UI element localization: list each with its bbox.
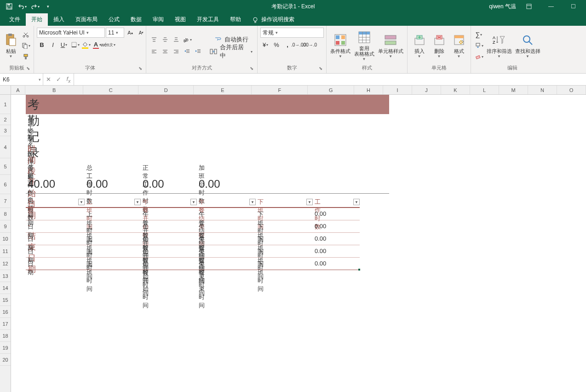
underline-button[interactable]: U — [59, 40, 69, 50]
bold-button[interactable]: B — [37, 40, 47, 50]
tab-help[interactable]: 帮助 — [224, 13, 247, 26]
paste-button[interactable]: 粘贴 ▼ — [3, 29, 19, 62]
select-all-corner[interactable] — [0, 86, 11, 94]
cancel-entry-button[interactable]: ✕ — [43, 75, 53, 85]
column-header[interactable]: K — [441, 86, 470, 94]
row-header[interactable]: 8 — [0, 208, 11, 220]
row-header[interactable]: 20 — [0, 354, 11, 366]
table-cell[interactable]: 下班时间 — [258, 260, 264, 293]
format-cells-button[interactable]: 格式▼ — [450, 29, 468, 62]
align-launcher-icon[interactable]: ⬊ — [249, 66, 254, 71]
redo-icon[interactable]: ▾ — [29, 1, 40, 12]
row-header[interactable]: 1 — [0, 95, 11, 114]
align-right-button[interactable] — [171, 46, 181, 57]
row-header[interactable]: 7 — [0, 194, 11, 208]
tab-data[interactable]: 数据 — [125, 13, 147, 26]
find-select-button[interactable]: 查找和选择▼ — [514, 29, 541, 62]
save-icon[interactable] — [4, 1, 15, 12]
table-cell[interactable]: 0.00 — [315, 260, 326, 267]
accounting-format-button[interactable]: ¥ — [260, 40, 270, 50]
column-header[interactable]: M — [499, 86, 528, 94]
cut-button[interactable] — [21, 29, 31, 40]
number-format-select[interactable]: 常规 — [260, 28, 324, 38]
decrease-decimal-button[interactable]: .00→.0 — [304, 40, 315, 50]
tab-formulas[interactable]: 公式 — [103, 13, 125, 26]
confirm-entry-button[interactable]: ✓ — [53, 75, 63, 85]
align-bottom-button[interactable] — [171, 35, 181, 45]
column-header[interactable]: E — [194, 86, 252, 94]
table-cell[interactable]: 0.00 — [315, 223, 326, 230]
row-header[interactable]: 3 — [0, 125, 11, 136]
worksheet-grid[interactable]: ABCDEFGHIJKLMNO 123456789101112131415161… — [0, 86, 586, 392]
increase-indent-button[interactable] — [193, 46, 203, 57]
row-header[interactable]: 9 — [0, 220, 11, 233]
maximize-icon[interactable]: ☐ — [564, 0, 582, 13]
ribbon-display-icon[interactable] — [520, 0, 538, 13]
sort-filter-button[interactable]: AZ 排序和筛选▼ — [486, 29, 512, 62]
column-header[interactable]: O — [557, 86, 586, 94]
filter-dropdown-icon[interactable]: ▼ — [190, 199, 197, 205]
table-cell[interactable]: 午餐开始时间 — [143, 260, 149, 310]
autosum-button[interactable]: ∑ — [474, 29, 484, 40]
column-header[interactable]: H — [354, 86, 383, 94]
column-header[interactable]: N — [528, 86, 557, 94]
merge-center-button[interactable]: 合并后居中 — [208, 46, 254, 57]
row-header[interactable]: 15 — [0, 294, 11, 306]
delete-cells-button[interactable]: 删除▼ — [430, 29, 448, 62]
tell-me-search[interactable]: 操作说明搜索 — [247, 13, 300, 26]
format-painter-button[interactable] — [21, 52, 31, 62]
filter-dropdown-icon[interactable]: ▼ — [249, 199, 256, 205]
orientation-button[interactable]: ab — [182, 35, 192, 45]
align-top-button[interactable] — [149, 35, 159, 45]
tab-insert[interactable]: 插入 — [48, 13, 70, 26]
insert-cells-button[interactable]: 插入▼ — [410, 29, 428, 62]
align-center-button[interactable] — [160, 46, 170, 57]
table-cell[interactable]: 日期 — [28, 260, 34, 277]
column-header[interactable]: J — [412, 86, 441, 94]
cell-styles-button[interactable]: 单元格样式▼ — [377, 29, 404, 62]
table-cell[interactable]: 0.00 — [315, 248, 326, 254]
table-cell[interactable]: 0.00 — [315, 235, 326, 242]
row-header[interactable]: 19 — [0, 342, 11, 354]
column-header[interactable]: A — [11, 86, 26, 94]
name-box[interactable]: K6 — [0, 74, 43, 85]
decrease-indent-button[interactable] — [182, 46, 192, 57]
table-resize-handle[interactable] — [358, 269, 360, 271]
table-cell[interactable]: 午餐结束时间 — [199, 260, 205, 310]
table-cell[interactable]: 上班时间 — [86, 260, 92, 293]
tab-review[interactable]: 审阅 — [147, 13, 169, 26]
row-header[interactable]: 13 — [0, 270, 11, 282]
filter-dropdown-icon[interactable]: ▼ — [134, 199, 141, 205]
row-header[interactable]: 10 — [0, 233, 11, 245]
clipboard-launcher-icon[interactable]: ⬊ — [25, 66, 31, 71]
fill-color-button[interactable]: ◇ — [81, 40, 91, 50]
user-name[interactable]: qiwen 气温 — [489, 3, 516, 11]
clear-button[interactable] — [474, 52, 484, 62]
copy-button[interactable] — [21, 40, 31, 51]
column-header[interactable]: B — [25, 86, 83, 94]
insert-function-button[interactable]: fx — [63, 75, 74, 85]
row-header[interactable]: 2 — [0, 114, 11, 125]
column-header[interactable]: L — [470, 86, 499, 94]
filter-dropdown-icon[interactable]: ▼ — [306, 199, 313, 205]
formula-input[interactable] — [74, 74, 586, 85]
align-left-button[interactable] — [149, 46, 159, 57]
number-launcher-icon[interactable]: ⬊ — [318, 66, 323, 71]
format-as-table-button[interactable]: 套用 表格格式▼ — [353, 29, 375, 62]
font-size-select[interactable]: 11 — [106, 28, 124, 38]
row-header[interactable]: 6 — [0, 175, 11, 194]
row-header[interactable]: 16 — [0, 306, 11, 318]
row-header[interactable]: 4 — [0, 136, 11, 158]
border-button[interactable] — [70, 40, 80, 50]
row-header[interactable]: 12 — [0, 258, 11, 270]
conditional-format-button[interactable]: 条件格式▼ — [329, 29, 351, 62]
filter-dropdown-icon[interactable]: ▼ — [353, 199, 360, 205]
italic-button[interactable]: I — [48, 40, 58, 50]
column-header[interactable]: G — [308, 86, 354, 94]
font-launcher-icon[interactable]: ⬊ — [138, 66, 143, 71]
tab-developer[interactable]: 开发工具 — [191, 13, 224, 26]
column-header[interactable]: I — [383, 86, 412, 94]
decrease-font-button[interactable]: A▾ — [136, 28, 146, 38]
row-header[interactable]: 17 — [0, 318, 11, 330]
row-header[interactable]: 5 — [0, 158, 11, 175]
